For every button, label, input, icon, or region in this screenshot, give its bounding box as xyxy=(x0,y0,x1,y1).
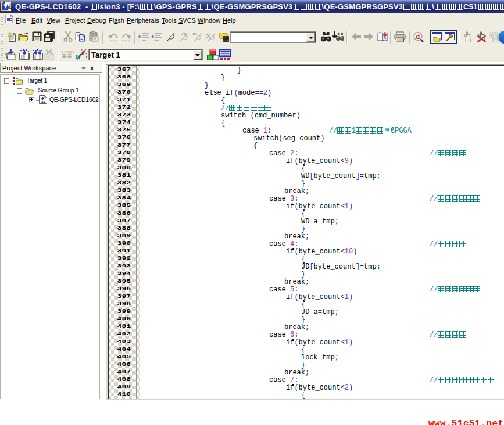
svg-text:d: d xyxy=(416,32,420,41)
svg-text:LOAD: LOAD xyxy=(62,49,74,55)
svg-text:u: u xyxy=(3,2,5,5)
